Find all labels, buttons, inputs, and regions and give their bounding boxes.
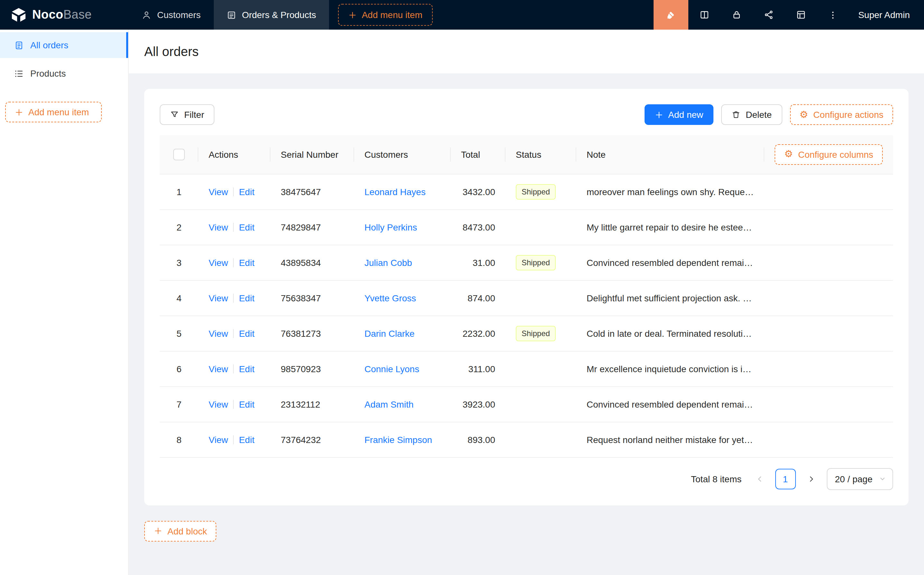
row-index-cell: 3 bbox=[160, 245, 198, 280]
nav-item-customers[interactable]: Customers bbox=[129, 0, 213, 30]
add-menu-item-label: Add menu item bbox=[29, 107, 89, 117]
templates-button[interactable] bbox=[785, 0, 817, 30]
add-block-button[interactable]: Add block bbox=[144, 521, 217, 541]
view-link[interactable]: View bbox=[209, 293, 228, 303]
row-index-cell: 5 bbox=[160, 316, 198, 351]
view-link[interactable]: View bbox=[209, 257, 228, 268]
action-divider bbox=[233, 364, 234, 373]
trash-icon bbox=[732, 110, 740, 119]
serial-number-cell: 38475647 bbox=[270, 174, 354, 209]
page-header: All orders bbox=[129, 30, 924, 73]
customer-link[interactable]: Julian Cobb bbox=[364, 257, 412, 268]
add-menu-item-button-side[interactable]: Add menu item bbox=[5, 102, 102, 122]
edit-link[interactable]: Edit bbox=[239, 257, 254, 268]
customer-cell: Connie Lyons bbox=[354, 351, 451, 386]
add-new-label: Add new bbox=[668, 110, 703, 120]
table-row: 1 ViewEdit 38475647 Leonard Hayes 3432.0… bbox=[160, 174, 893, 209]
customer-link[interactable]: Yvette Gross bbox=[364, 293, 416, 303]
add-menu-item-button-top[interactable]: Add menu item bbox=[338, 4, 433, 26]
table-toolbar: Filter Add new bbox=[160, 104, 893, 125]
gear-icon: ⚙ bbox=[784, 150, 793, 159]
select-all-checkbox[interactable] bbox=[173, 149, 185, 160]
status-cell bbox=[505, 351, 576, 386]
status-tag: Shipped bbox=[516, 255, 556, 270]
nav-item-orders-products[interactable]: Orders & Products bbox=[213, 0, 329, 30]
serial-number-cell: 98570923 bbox=[270, 351, 354, 386]
column-header-status: Status bbox=[505, 135, 576, 174]
view-link[interactable]: View bbox=[209, 186, 228, 197]
edit-link[interactable]: Edit bbox=[239, 293, 254, 303]
main-nav: Customers Orders & Products bbox=[129, 0, 329, 30]
view-link[interactable]: View bbox=[209, 434, 228, 445]
pagination-next-button[interactable] bbox=[801, 469, 821, 489]
logo[interactable]: NocoBase bbox=[0, 0, 129, 30]
view-link[interactable]: View bbox=[209, 328, 228, 338]
total-cell: 31.00 bbox=[451, 245, 505, 280]
add-menu-item-label: Add menu item bbox=[362, 10, 422, 20]
serial-number-cell: 23132112 bbox=[270, 386, 354, 422]
sidebar-item-products[interactable]: Products bbox=[0, 60, 128, 86]
row-actions-cell: ViewEdit bbox=[198, 174, 270, 209]
sidebar: All orders Products Add menu item bbox=[0, 30, 129, 575]
customer-cell: Frankie Simpson bbox=[354, 422, 451, 457]
customer-link[interactable]: Frankie Simpson bbox=[364, 434, 432, 445]
edit-link[interactable]: Edit bbox=[239, 222, 254, 232]
row-index-cell: 2 bbox=[160, 209, 198, 245]
customer-link[interactable]: Leonard Hayes bbox=[364, 186, 425, 197]
total-cell: 893.00 bbox=[451, 422, 505, 457]
view-link[interactable]: View bbox=[209, 399, 228, 409]
collections-button[interactable] bbox=[753, 0, 785, 30]
total-cell: 8473.00 bbox=[451, 209, 505, 245]
filter-button[interactable]: Filter bbox=[160, 104, 214, 125]
view-link[interactable]: View bbox=[209, 222, 228, 232]
page-size-select[interactable]: 20 / page bbox=[826, 468, 893, 490]
delete-label: Delete bbox=[746, 110, 772, 120]
note-cell: Convinced resembled dependent remainde..… bbox=[576, 245, 764, 280]
edit-link[interactable]: Edit bbox=[239, 328, 254, 338]
action-divider bbox=[233, 187, 234, 196]
customer-link[interactable]: Adam Smith bbox=[364, 399, 414, 409]
nav-item-label: Orders & Products bbox=[242, 10, 316, 20]
more-button[interactable] bbox=[817, 0, 849, 30]
action-divider bbox=[233, 435, 234, 444]
pagination-prev-button[interactable] bbox=[749, 469, 770, 489]
user-menu[interactable]: Super Admin bbox=[849, 0, 924, 30]
serial-number-cell: 76381273 bbox=[270, 316, 354, 351]
pagination-total: Total 8 items bbox=[691, 473, 741, 484]
configure-actions-label: Configure actions bbox=[813, 110, 883, 120]
edit-link[interactable]: Edit bbox=[239, 186, 254, 197]
row-index-cell: 1 bbox=[160, 174, 198, 209]
more-vertical-icon bbox=[829, 10, 838, 20]
row-actions-cell: ViewEdit bbox=[198, 351, 270, 386]
note-cell: Request norland neither mistake for yet.… bbox=[576, 422, 764, 457]
sidebar-item-label: All orders bbox=[30, 40, 68, 50]
pagination-page-1[interactable]: 1 bbox=[775, 469, 795, 489]
total-cell: 2232.00 bbox=[451, 316, 505, 351]
status-tag: Shipped bbox=[516, 326, 556, 341]
action-divider bbox=[233, 329, 234, 338]
filter-label: Filter bbox=[184, 110, 204, 120]
column-header-customers: Customers bbox=[354, 135, 451, 174]
customer-link[interactable]: Darin Clarke bbox=[364, 328, 415, 338]
row-actions-cell: ViewEdit bbox=[198, 422, 270, 457]
view-link[interactable]: View bbox=[209, 364, 228, 374]
configure-actions-button[interactable]: ⚙ Configure actions bbox=[790, 104, 893, 125]
chevron-down-icon bbox=[879, 475, 886, 482]
edit-link[interactable]: Edit bbox=[239, 434, 254, 445]
edit-link[interactable]: Edit bbox=[239, 364, 254, 374]
edit-link[interactable]: Edit bbox=[239, 399, 254, 409]
delete-button[interactable]: Delete bbox=[721, 104, 782, 125]
auth-button[interactable] bbox=[721, 0, 753, 30]
total-cell: 311.00 bbox=[451, 351, 505, 386]
ui-editor-button[interactable] bbox=[654, 0, 688, 30]
add-new-button[interactable]: Add new bbox=[644, 104, 713, 125]
customer-link[interactable]: Connie Lyons bbox=[364, 364, 419, 374]
note-cell: Convinced resembled dependent remainde..… bbox=[576, 386, 764, 422]
api-doc-button[interactable] bbox=[688, 0, 721, 30]
status-cell: Shipped bbox=[505, 245, 576, 280]
customer-link[interactable]: Holly Perkins bbox=[364, 222, 417, 232]
configure-columns-button[interactable]: ⚙ Configure columns bbox=[775, 144, 883, 165]
row-index-cell: 4 bbox=[160, 280, 198, 316]
note-cell: moreover man feelings own shy. Request n… bbox=[576, 174, 764, 209]
sidebar-item-all-orders[interactable]: All orders bbox=[0, 32, 128, 58]
